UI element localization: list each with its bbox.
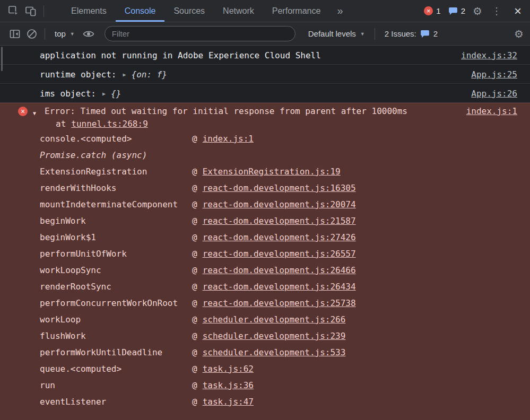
- stack-source-link[interactable]: react-dom.development.js:27426: [203, 232, 356, 242]
- kebab-menu-icon[interactable]: ⋮: [490, 5, 503, 17]
- filter-input[interactable]: [105, 26, 296, 41]
- eye-icon: [82, 28, 95, 40]
- stack-source: @react-dom.development.js:21587: [192, 215, 356, 227]
- stack-source: @react-dom.development.js:16305: [192, 182, 356, 194]
- stack-frame: run @task.js:36: [0, 378, 530, 394]
- stack-source-link[interactable]: task.js:62: [203, 364, 254, 374]
- stack-source-link[interactable]: scheduler.development.js:266: [203, 314, 346, 325]
- context-selector[interactable]: top ▼: [55, 29, 75, 38]
- at-symbol: @: [192, 167, 197, 177]
- stack-source: @react-dom.development.js:26466: [192, 265, 356, 276]
- source-link[interactable]: App.js:25: [463, 69, 517, 81]
- stack-source-link[interactable]: scheduler.development.js:239: [203, 331, 346, 341]
- stack-source: @scheduler.development.js:533: [192, 347, 345, 358]
- issue-count: 2: [461, 6, 465, 15]
- stack-frame: ExtensionRegistration @ExtensionRegistra…: [0, 164, 530, 180]
- panel-tab[interactable]: Elements: [62, 0, 116, 22]
- stack-trace: console.<computed> @index.js:1 Promise.c…: [0, 131, 530, 410]
- issues-counter[interactable]: 2 Issues: 2: [385, 29, 438, 39]
- stack-source-link[interactable]: react-dom.development.js:16305: [203, 183, 356, 193]
- stack-source-link[interactable]: index.js:1: [203, 134, 254, 144]
- at-symbol: @: [192, 364, 197, 374]
- at-symbol: @: [192, 331, 197, 341]
- stack-source-link[interactable]: react-dom.development.js:20074: [203, 199, 356, 209]
- error-icon: ×: [424, 6, 433, 15]
- scrollbar-thumb[interactable]: [1, 47, 3, 71]
- console-message: runtime object: ▶ {on: f} App.js:25: [0, 65, 530, 84]
- error-count: 1: [436, 6, 440, 15]
- at-symbol: @: [192, 232, 197, 242]
- stack-source-link[interactable]: react-dom.development.js:26557: [203, 249, 356, 259]
- stack-source-link[interactable]: react-dom.development.js:25738: [203, 298, 356, 308]
- at-symbol: @: [192, 380, 197, 390]
- inspect-element-button[interactable]: [5, 2, 22, 20]
- panel-tab[interactable]: Sources: [164, 0, 214, 22]
- stack-source-link[interactable]: react-dom.development.js:26434: [203, 282, 356, 292]
- settings-gear-icon[interactable]: ⚙: [473, 5, 482, 18]
- stack-source: @scheduler.development.js:266: [192, 314, 345, 326]
- stack-frame: workLoopSync @react-dom.development.js:2…: [0, 262, 530, 279]
- stack-frame: beginWork$1 @react-dom.development.js:27…: [0, 230, 530, 246]
- object-preview: {}: [111, 88, 121, 100]
- device-toolbar-icon: [25, 5, 37, 17]
- panel-tab[interactable]: Performance: [263, 0, 330, 22]
- at-symbol: @: [192, 199, 197, 209]
- at-symbol: @: [192, 347, 197, 357]
- stack-function-name: Promise.catch (async): [40, 150, 192, 161]
- live-expression-button[interactable]: [80, 25, 97, 43]
- console-sidebar-toggle-button[interactable]: [6, 25, 23, 43]
- stack-frame: performWorkUntilDeadline @scheduler.deve…: [0, 345, 530, 361]
- issue-count-badge[interactable]: 2: [448, 6, 465, 16]
- stack-source: @task.js:62: [192, 363, 254, 375]
- at-symbol: @: [192, 265, 197, 275]
- collapse-caret-icon[interactable]: ▼: [33, 108, 36, 119]
- stack-frame: renderWithHooks @react-dom.development.j…: [0, 180, 530, 197]
- at-symbol: @: [192, 298, 197, 308]
- error-count-badge[interactable]: × 1: [424, 6, 440, 15]
- issues-count: 2: [433, 29, 438, 38]
- stack-source-link[interactable]: react-dom.development.js:26466: [203, 265, 356, 275]
- at-symbol: @: [192, 183, 197, 193]
- stack-function-name: renderRootSync: [40, 281, 192, 293]
- error-icon: ×: [18, 107, 28, 116]
- source-link[interactable]: App.js:26: [463, 88, 517, 100]
- expand-caret-icon[interactable]: ▶: [102, 88, 106, 100]
- speech-bubble-icon: [420, 29, 430, 39]
- tabbar-right-cluster: × 1 2 ⚙ ⋮ ×: [424, 5, 530, 18]
- stack-source: @react-dom.development.js:25738: [192, 298, 356, 309]
- devtools-tabbar: Elements Console Sources Network Perform…: [0, 0, 530, 22]
- log-levels-dropdown[interactable]: Default levels ▼: [308, 29, 365, 38]
- error-source-link[interactable]: index.js:1: [458, 106, 517, 117]
- stack-function-name: run: [40, 380, 192, 391]
- stack-frame: eventListener @task.js:47: [0, 394, 530, 410]
- toggle-device-toolbar-button[interactable]: [22, 2, 39, 20]
- more-tabs-button[interactable]: »: [337, 5, 343, 17]
- stack-source-link[interactable]: scheduler.development.js:533: [203, 347, 346, 357]
- stack-frame: performConcurrentWorkOnRoot @react-dom.d…: [0, 295, 530, 312]
- source-link[interactable]: index.js:32: [453, 50, 517, 62]
- stack-function-name: flushWork: [40, 330, 192, 342]
- stack-frame: queue.<computed> @task.js:62: [0, 361, 530, 378]
- toolbar-separator: [44, 5, 44, 17]
- close-devtools-button[interactable]: ×: [511, 5, 525, 18]
- stack-function-name: console.<computed>: [40, 133, 192, 145]
- expand-caret-icon[interactable]: ▶: [123, 69, 126, 81]
- sidebar-panel-icon: [9, 28, 21, 40]
- panel-tab[interactable]: Console: [116, 0, 165, 22]
- at-source-link[interactable]: tunnel.ts:268:9: [71, 119, 148, 129]
- log-levels-label: Default levels: [308, 29, 356, 38]
- stack-source-link[interactable]: task.js:36: [203, 380, 254, 390]
- panel-tab[interactable]: Network: [214, 0, 263, 22]
- stack-source-link[interactable]: react-dom.development.js:21587: [203, 216, 356, 226]
- stack-source-link[interactable]: task.js:47: [203, 397, 254, 407]
- context-selector-label: top: [55, 29, 66, 38]
- console-settings-gear-icon[interactable]: ⚙: [514, 28, 524, 40]
- clear-console-button[interactable]: [23, 25, 40, 43]
- error-title: Error: Timed out waiting for initial res…: [45, 106, 458, 117]
- stack-frame: flushWork @scheduler.development.js:239: [0, 328, 530, 345]
- panel-tabs: Elements Console Sources Network Perform…: [62, 0, 329, 22]
- stack-source: @scheduler.development.js:239: [192, 330, 345, 342]
- toolbar-separator: [45, 28, 45, 40]
- stack-frame: Promise.catch (async) @: [0, 147, 530, 164]
- stack-source-link[interactable]: ExtensionRegistration.js:19: [203, 167, 341, 177]
